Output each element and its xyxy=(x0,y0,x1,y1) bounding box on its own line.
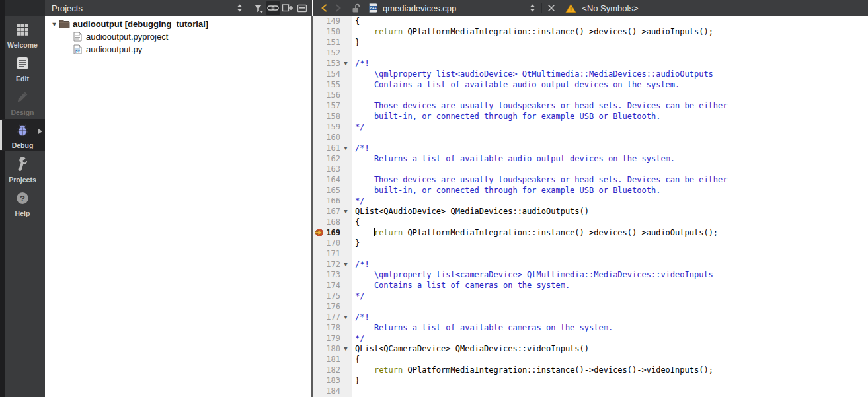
tree-item[interactable]: ▾audiooutput [debugging_tutorial] xyxy=(45,18,312,30)
code-line[interactable]: 152 xyxy=(313,48,868,58)
lock-icon[interactable] xyxy=(348,1,363,15)
breakpoint-margin[interactable] xyxy=(313,280,325,291)
code-line[interactable]: 157 Those devices are usually loudspeake… xyxy=(313,100,868,111)
tree-item[interactable]: audiooutput.pyproject xyxy=(45,30,312,43)
code-line[interactable]: 165 built-in, or connected through for e… xyxy=(313,185,868,196)
breakpoint-margin[interactable] xyxy=(313,143,325,153)
code-line[interactable]: 158 built-in, or connected through for e… xyxy=(313,111,868,122)
sidebar-item-projects[interactable]: Projects xyxy=(0,153,45,185)
code-line[interactable]: 150 return QPlatformMediaIntegration::in… xyxy=(313,26,868,37)
sidebar-item-edit[interactable]: Edit xyxy=(0,52,45,84)
code-line[interactable]: 177▼/*! xyxy=(313,312,868,322)
breakpoint-margin[interactable] xyxy=(313,333,325,343)
breakpoint-margin[interactable] xyxy=(313,132,325,143)
breakpoint-margin[interactable] xyxy=(313,79,325,90)
breakpoint-margin[interactable] xyxy=(313,291,325,301)
breakpoint-margin[interactable] xyxy=(313,301,325,312)
breakpoint-margin[interactable] xyxy=(313,259,325,270)
breakpoint-margin[interactable] xyxy=(313,312,325,322)
sidebar-item-welcome[interactable]: Welcome xyxy=(0,18,45,50)
fold-marker-icon[interactable]: ▼ xyxy=(340,343,351,354)
code-line[interactable]: 174 Contains a list of cameras on the sy… xyxy=(313,280,868,291)
breakpoint-margin[interactable] xyxy=(313,122,325,132)
code-line[interactable]: 149{ xyxy=(313,16,868,26)
breakpoint-margin[interactable] xyxy=(313,26,325,37)
code-line[interactable]: 175*/ xyxy=(313,291,868,301)
breakpoint-marker-icon[interactable] xyxy=(313,227,325,238)
code-line[interactable]: 178 Returns a list of available cameras … xyxy=(313,322,868,333)
sidebar-item-help[interactable]: ?Help xyxy=(0,187,45,219)
code-line[interactable]: 164 Those devices are usually loudspeake… xyxy=(313,174,868,185)
breakpoint-margin[interactable] xyxy=(313,343,325,354)
code-line[interactable]: 179*/ xyxy=(313,333,868,343)
code-line[interactable]: 168{ xyxy=(313,217,868,227)
code-line[interactable]: 153▼/*! xyxy=(313,58,868,69)
code-line[interactable]: 173 \qmlproperty list<cameraDevice> QtMu… xyxy=(313,270,868,280)
tree-item[interactable]: PYaudiooutput.py xyxy=(45,43,312,55)
breakpoint-margin[interactable] xyxy=(313,16,325,26)
code-line[interactable]: 171 xyxy=(313,248,868,259)
code-line[interactable]: 160 xyxy=(313,132,868,143)
code-line[interactable]: 162 Returns a list of available audio ou… xyxy=(313,153,868,164)
breakpoint-margin[interactable] xyxy=(313,69,325,79)
breakpoint-margin[interactable] xyxy=(313,238,325,248)
sidebar-item-debug[interactable]: Debug xyxy=(0,119,45,151)
projects-panel-title[interactable]: Projects xyxy=(45,3,83,13)
breakpoint-margin[interactable] xyxy=(313,248,325,259)
breakpoint-margin[interactable] xyxy=(313,100,325,111)
collapse-panel-icon[interactable] xyxy=(295,1,309,15)
code-line[interactable]: 176 xyxy=(313,301,868,312)
code-line[interactable]: 154 \qmlproperty list<audioDevice> QtMul… xyxy=(313,69,868,79)
code-line[interactable]: 169 return QPlatformMediaIntegration::in… xyxy=(313,227,868,238)
link-icon[interactable] xyxy=(266,1,280,15)
code-line[interactable]: 163 xyxy=(313,164,868,174)
breakpoint-margin[interactable] xyxy=(313,153,325,164)
fold-marker-icon[interactable]: ▼ xyxy=(340,206,351,217)
code-line[interactable]: 159*/ xyxy=(313,122,868,132)
breakpoint-margin[interactable] xyxy=(313,354,325,365)
chevron-right-icon[interactable] xyxy=(38,128,43,135)
breakpoint-margin[interactable] xyxy=(313,365,325,375)
breakpoint-margin[interactable] xyxy=(313,270,325,280)
fold-marker-icon[interactable]: ▼ xyxy=(340,143,351,153)
code-line[interactable]: 180▼QList<QCameraDevice> QMediaDevices::… xyxy=(313,343,868,354)
code-line[interactable]: 151} xyxy=(313,37,868,48)
split-add-icon[interactable] xyxy=(280,1,295,15)
code-line[interactable]: 183} xyxy=(313,375,868,386)
sort-arrows-icon[interactable] xyxy=(232,1,247,15)
fold-marker-icon[interactable]: ▼ xyxy=(340,259,351,270)
code-line[interactable]: 182 return QPlatformMediaIntegration::in… xyxy=(313,365,868,375)
filter-icon[interactable] xyxy=(251,1,266,15)
code-line[interactable]: 170} xyxy=(313,238,868,248)
breakpoint-margin[interactable] xyxy=(313,386,325,396)
breakpoint-margin[interactable] xyxy=(313,196,325,206)
breakpoint-margin[interactable] xyxy=(313,58,325,69)
code-line[interactable]: 166*/ xyxy=(313,196,868,206)
open-file-name[interactable]: qmediadevices.cpp xyxy=(383,3,456,13)
breakpoint-margin[interactable] xyxy=(313,37,325,48)
forward-icon[interactable] xyxy=(331,1,346,15)
code-line[interactable]: 172▼/*! xyxy=(313,259,868,270)
code-line[interactable]: 161▼/*! xyxy=(313,143,868,153)
breakpoint-margin[interactable] xyxy=(313,322,325,333)
breakpoint-margin[interactable] xyxy=(313,164,325,174)
breakpoint-margin[interactable] xyxy=(313,48,325,58)
sort-arrows-icon[interactable] xyxy=(525,1,539,15)
code-line[interactable]: 184 xyxy=(313,386,868,396)
close-icon[interactable] xyxy=(544,1,559,15)
expander-arrow-icon[interactable]: ▾ xyxy=(50,20,58,28)
code-line[interactable]: 181{ xyxy=(313,354,868,365)
breakpoint-margin[interactable] xyxy=(313,174,325,185)
code-line[interactable]: 167▼QList<QAudioDevice> QMediaDevices::a… xyxy=(313,206,868,217)
breakpoint-margin[interactable] xyxy=(313,206,325,217)
symbols-status[interactable]: <No Symbols> xyxy=(582,3,638,13)
breakpoint-margin[interactable] xyxy=(313,111,325,122)
breakpoint-margin[interactable] xyxy=(313,185,325,196)
code-editor[interactable]: 149{150 return QPlatformMediaIntegration… xyxy=(313,16,868,397)
back-icon[interactable] xyxy=(317,1,331,15)
breakpoint-margin[interactable] xyxy=(313,375,325,386)
code-line[interactable]: 156 xyxy=(313,90,868,100)
fold-marker-icon[interactable]: ▼ xyxy=(340,312,351,322)
fold-marker-icon[interactable]: ▼ xyxy=(340,58,351,69)
breakpoint-margin[interactable] xyxy=(313,217,325,227)
